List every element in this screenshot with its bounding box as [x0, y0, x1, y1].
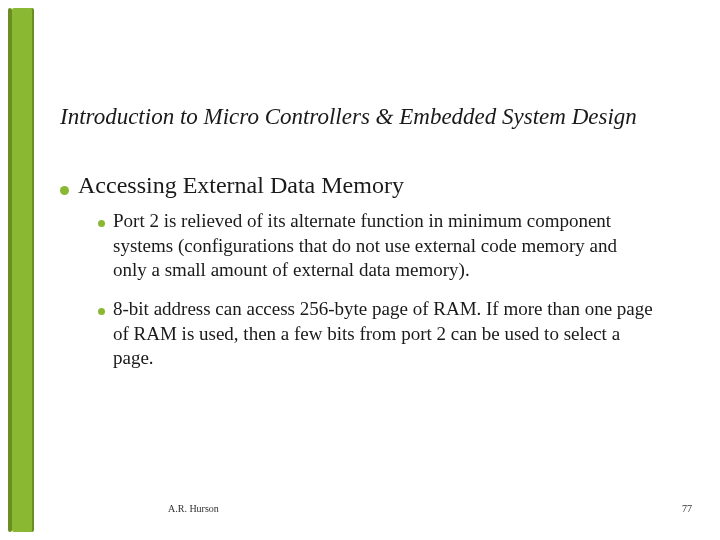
bullet-dot-icon — [98, 220, 105, 227]
bullet-level2-text: Port 2 is relieved of its alternate func… — [113, 209, 653, 283]
bullet-dot-icon — [60, 186, 69, 195]
accent-main-bar — [12, 8, 32, 532]
slide-content: Introduction to Micro Controllers & Embe… — [60, 0, 700, 540]
slide-title: Introduction to Micro Controllers & Embe… — [60, 104, 700, 130]
bullet-level1-text: Accessing External Data Memory — [78, 172, 404, 199]
footer-author: A.R. Hurson — [168, 503, 219, 514]
bullet-level2: Port 2 is relieved of its alternate func… — [98, 209, 700, 283]
bullet-level2: 8-bit address can access 256-byte page o… — [98, 297, 700, 371]
side-accent — [8, 8, 36, 532]
footer-page-number: 77 — [682, 503, 692, 514]
bullet-dot-icon — [98, 308, 105, 315]
bullet-level2-text: 8-bit address can access 256-byte page o… — [113, 297, 653, 371]
bullet-level1: Accessing External Data Memory — [60, 172, 700, 199]
